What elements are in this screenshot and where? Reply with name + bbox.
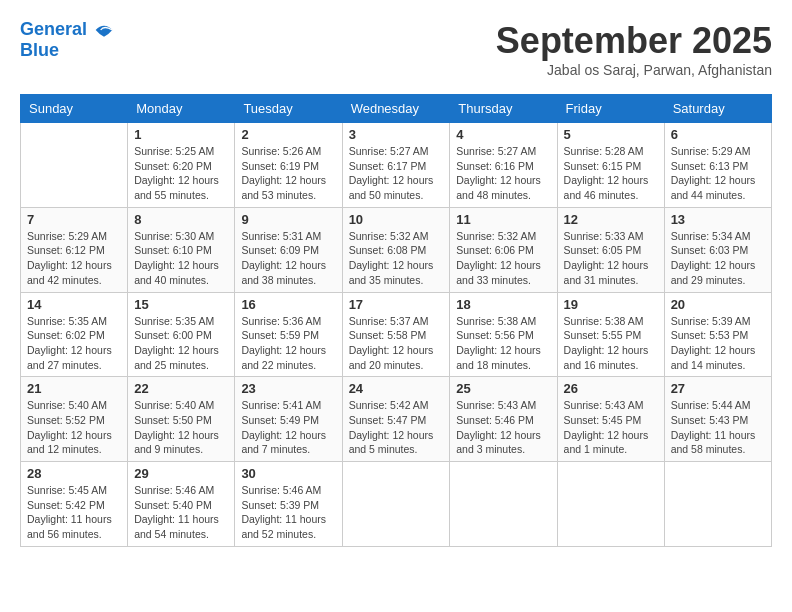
logo-blue: Blue [20,40,114,61]
header-monday: Monday [128,95,235,123]
logo-text: General [20,20,114,40]
day-number: 25 [456,381,550,396]
day-number: 26 [564,381,658,396]
day-cell: 18Sunrise: 5:38 AMSunset: 5:56 PMDayligh… [450,292,557,377]
month-title: September 2025 [496,20,772,62]
day-info: Sunrise: 5:27 AMSunset: 6:17 PMDaylight:… [349,144,444,203]
day-number: 4 [456,127,550,142]
header-thursday: Thursday [450,95,557,123]
day-info: Sunrise: 5:38 AMSunset: 5:55 PMDaylight:… [564,314,658,373]
day-info: Sunrise: 5:32 AMSunset: 6:06 PMDaylight:… [456,229,550,288]
day-info: Sunrise: 5:42 AMSunset: 5:47 PMDaylight:… [349,398,444,457]
location: Jabal os Saraj, Parwan, Afghanistan [496,62,772,78]
day-info: Sunrise: 5:35 AMSunset: 6:00 PMDaylight:… [134,314,228,373]
day-number: 7 [27,212,121,227]
week-row-2: 7Sunrise: 5:29 AMSunset: 6:12 PMDaylight… [21,207,772,292]
day-number: 3 [349,127,444,142]
day-number: 18 [456,297,550,312]
day-number: 27 [671,381,765,396]
day-cell: 28Sunrise: 5:45 AMSunset: 5:42 PMDayligh… [21,462,128,547]
page-header: General Blue September 2025 Jabal os Sar… [20,20,772,78]
day-info: Sunrise: 5:32 AMSunset: 6:08 PMDaylight:… [349,229,444,288]
day-cell: 17Sunrise: 5:37 AMSunset: 5:58 PMDayligh… [342,292,450,377]
day-number: 15 [134,297,228,312]
day-cell: 5Sunrise: 5:28 AMSunset: 6:15 PMDaylight… [557,123,664,208]
week-row-3: 14Sunrise: 5:35 AMSunset: 6:02 PMDayligh… [21,292,772,377]
day-info: Sunrise: 5:25 AMSunset: 6:20 PMDaylight:… [134,144,228,203]
day-cell: 25Sunrise: 5:43 AMSunset: 5:46 PMDayligh… [450,377,557,462]
day-info: Sunrise: 5:30 AMSunset: 6:10 PMDaylight:… [134,229,228,288]
day-info: Sunrise: 5:33 AMSunset: 6:05 PMDaylight:… [564,229,658,288]
day-number: 16 [241,297,335,312]
day-cell: 12Sunrise: 5:33 AMSunset: 6:05 PMDayligh… [557,207,664,292]
day-info: Sunrise: 5:36 AMSunset: 5:59 PMDaylight:… [241,314,335,373]
day-info: Sunrise: 5:29 AMSunset: 6:12 PMDaylight:… [27,229,121,288]
day-cell: 11Sunrise: 5:32 AMSunset: 6:06 PMDayligh… [450,207,557,292]
day-number: 17 [349,297,444,312]
day-info: Sunrise: 5:43 AMSunset: 5:46 PMDaylight:… [456,398,550,457]
day-info: Sunrise: 5:31 AMSunset: 6:09 PMDaylight:… [241,229,335,288]
day-info: Sunrise: 5:26 AMSunset: 6:19 PMDaylight:… [241,144,335,203]
day-number: 12 [564,212,658,227]
day-cell: 4Sunrise: 5:27 AMSunset: 6:16 PMDaylight… [450,123,557,208]
logo-icon [94,20,114,40]
day-info: Sunrise: 5:44 AMSunset: 5:43 PMDaylight:… [671,398,765,457]
day-cell: 1Sunrise: 5:25 AMSunset: 6:20 PMDaylight… [128,123,235,208]
header-saturday: Saturday [664,95,771,123]
day-cell: 27Sunrise: 5:44 AMSunset: 5:43 PMDayligh… [664,377,771,462]
day-cell [21,123,128,208]
day-number: 8 [134,212,228,227]
day-number: 11 [456,212,550,227]
day-cell: 7Sunrise: 5:29 AMSunset: 6:12 PMDaylight… [21,207,128,292]
day-cell [557,462,664,547]
day-number: 28 [27,466,121,481]
day-info: Sunrise: 5:40 AMSunset: 5:50 PMDaylight:… [134,398,228,457]
day-number: 24 [349,381,444,396]
header-wednesday: Wednesday [342,95,450,123]
day-number: 6 [671,127,765,142]
day-info: Sunrise: 5:45 AMSunset: 5:42 PMDaylight:… [27,483,121,542]
day-cell: 16Sunrise: 5:36 AMSunset: 5:59 PMDayligh… [235,292,342,377]
day-number: 5 [564,127,658,142]
day-info: Sunrise: 5:46 AMSunset: 5:40 PMDaylight:… [134,483,228,542]
logo: General Blue [20,20,114,61]
day-number: 20 [671,297,765,312]
day-number: 19 [564,297,658,312]
day-cell [342,462,450,547]
week-row-5: 28Sunrise: 5:45 AMSunset: 5:42 PMDayligh… [21,462,772,547]
day-number: 21 [27,381,121,396]
day-number: 14 [27,297,121,312]
day-cell: 13Sunrise: 5:34 AMSunset: 6:03 PMDayligh… [664,207,771,292]
day-number: 29 [134,466,228,481]
day-info: Sunrise: 5:40 AMSunset: 5:52 PMDaylight:… [27,398,121,457]
header-friday: Friday [557,95,664,123]
day-cell: 26Sunrise: 5:43 AMSunset: 5:45 PMDayligh… [557,377,664,462]
week-row-4: 21Sunrise: 5:40 AMSunset: 5:52 PMDayligh… [21,377,772,462]
day-number: 23 [241,381,335,396]
day-number: 2 [241,127,335,142]
calendar-header-row: SundayMondayTuesdayWednesdayThursdayFrid… [21,95,772,123]
day-cell: 24Sunrise: 5:42 AMSunset: 5:47 PMDayligh… [342,377,450,462]
day-cell: 2Sunrise: 5:26 AMSunset: 6:19 PMDaylight… [235,123,342,208]
day-cell: 20Sunrise: 5:39 AMSunset: 5:53 PMDayligh… [664,292,771,377]
day-info: Sunrise: 5:46 AMSunset: 5:39 PMDaylight:… [241,483,335,542]
day-number: 10 [349,212,444,227]
day-cell: 15Sunrise: 5:35 AMSunset: 6:00 PMDayligh… [128,292,235,377]
day-cell: 23Sunrise: 5:41 AMSunset: 5:49 PMDayligh… [235,377,342,462]
day-info: Sunrise: 5:28 AMSunset: 6:15 PMDaylight:… [564,144,658,203]
day-cell: 6Sunrise: 5:29 AMSunset: 6:13 PMDaylight… [664,123,771,208]
day-cell: 9Sunrise: 5:31 AMSunset: 6:09 PMDaylight… [235,207,342,292]
day-number: 30 [241,466,335,481]
day-cell: 30Sunrise: 5:46 AMSunset: 5:39 PMDayligh… [235,462,342,547]
header-sunday: Sunday [21,95,128,123]
day-cell: 21Sunrise: 5:40 AMSunset: 5:52 PMDayligh… [21,377,128,462]
header-tuesday: Tuesday [235,95,342,123]
calendar-table: SundayMondayTuesdayWednesdayThursdayFrid… [20,94,772,547]
day-cell [450,462,557,547]
day-number: 22 [134,381,228,396]
day-info: Sunrise: 5:41 AMSunset: 5:49 PMDaylight:… [241,398,335,457]
day-cell: 22Sunrise: 5:40 AMSunset: 5:50 PMDayligh… [128,377,235,462]
day-number: 13 [671,212,765,227]
day-cell: 3Sunrise: 5:27 AMSunset: 6:17 PMDaylight… [342,123,450,208]
day-number: 1 [134,127,228,142]
